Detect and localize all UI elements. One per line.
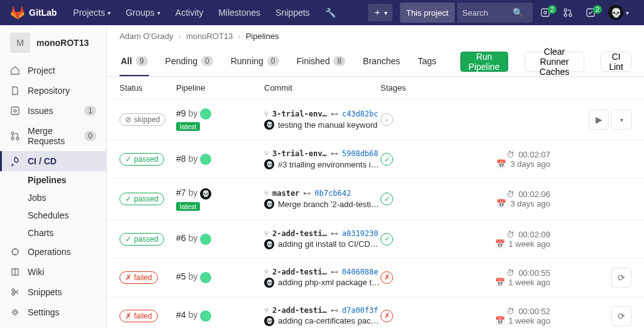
retry-button[interactable]: ⟳ <box>611 306 631 326</box>
stage-status-icon[interactable]: ✓ <box>380 153 393 166</box>
pipeline-id[interactable]: #5 by <box>176 271 264 283</box>
status-badge-skipped[interactable]: ⊘skipped <box>119 113 165 126</box>
sidebar-item-settings[interactable]: Settings <box>0 302 106 322</box>
duration: ⏱00:02:07 <box>475 150 550 159</box>
commit-message[interactable]: 💀testing the manual keyword <box>264 120 380 130</box>
svg-point-14 <box>14 311 17 314</box>
dropdown-button[interactable]: ▾ <box>611 110 631 130</box>
todos-shortcut[interactable]: 2 <box>580 8 601 18</box>
pipeline-id[interactable]: #9 by <box>176 108 264 120</box>
pipeline-id[interactable]: #6 by <box>176 233 264 244</box>
tab-running[interactable]: Running0 <box>230 47 280 76</box>
brand-name: GitLab <box>29 8 57 18</box>
status-badge-failed[interactable]: ✗failed <box>119 271 158 284</box>
stage-status-icon[interactable]: » <box>380 113 393 126</box>
header-commit: Commit <box>264 83 380 93</box>
nav-groups[interactable]: Groups▾ <box>119 0 167 25</box>
sidebar-sub-charts[interactable]: Charts <box>0 224 106 242</box>
fork-icon: ⑂ <box>264 306 269 315</box>
stage-status-icon[interactable]: ✗ <box>380 271 393 284</box>
sidebar-item-operations[interactable]: Operations <box>0 242 106 262</box>
breadcrumb-owner[interactable]: Adam O'Grady <box>119 31 174 41</box>
play-button[interactable]: ▶ <box>589 110 609 130</box>
status-badge-passed[interactable]: ✓passed <box>119 153 164 166</box>
status-text: failed <box>134 312 152 320</box>
new-dropdown[interactable]: ＋▾ <box>368 4 392 21</box>
tab-pending[interactable]: Pending0 <box>164 47 214 76</box>
pipeline-id[interactable]: #8 by <box>176 154 264 165</box>
latest-badge: latest <box>176 202 200 211</box>
gitlab-logo[interactable]: GitLab <box>10 5 57 20</box>
tab-finished[interactable]: Finished8 <box>296 47 347 76</box>
nav-snippets[interactable]: Snippets <box>269 0 316 25</box>
branch-name[interactable]: 2-add-testi… <box>272 229 327 238</box>
branch-name[interactable]: master <box>272 189 299 198</box>
commit-message[interactable]: 💀adding php-xml package t… <box>264 278 380 288</box>
author-avatar: 💀 <box>200 188 211 200</box>
merge-requests-shortcut[interactable] <box>558 8 578 18</box>
branch-name[interactable]: 3-trial-env… <box>272 110 327 118</box>
commit-message[interactable]: 💀adding ca-certificates pac… <box>264 316 380 326</box>
search-input[interactable] <box>462 8 513 18</box>
navbar-search[interactable]: 🔍 <box>457 3 533 23</box>
pipeline-id[interactable]: #7 by 💀 <box>176 188 264 199</box>
admin-wrench-icon[interactable]: 🔧 <box>319 0 342 25</box>
commit-icon: ⊷ <box>331 229 338 238</box>
sidebar-item-issues[interactable]: Issues1 <box>0 101 106 121</box>
tab-count: 8 <box>333 56 345 66</box>
sidebar-item-project[interactable]: Project <box>0 60 106 81</box>
tab-tags[interactable]: Tags <box>416 47 438 76</box>
commit-sha[interactable]: 0b7cb642 <box>314 189 351 198</box>
commit-sha[interactable]: c43d82bc <box>342 110 379 118</box>
clear-caches-button[interactable]: Clear Runner Caches <box>525 52 585 72</box>
breadcrumb-project[interactable]: monoROT13 <box>186 31 233 41</box>
status-badge-passed[interactable]: ✓passed <box>119 233 164 246</box>
fork-icon: ⑂ <box>264 229 269 238</box>
user-menu[interactable]: 💀 ▾ <box>603 5 634 20</box>
commit-message[interactable]: 💀#3 trialling environments i… <box>264 159 380 169</box>
commit-message[interactable]: 💀adding git install to CI/CD … <box>264 239 380 249</box>
issues-shortcut[interactable]: 2 <box>535 8 555 18</box>
tab-all[interactable]: All9 <box>119 47 149 76</box>
commit-author-avatar: 💀 <box>264 316 274 326</box>
header-stages: Stages <box>380 83 475 93</box>
tab-count: 9 <box>136 56 148 66</box>
status-text: passed <box>134 195 158 203</box>
sidebar-project-header[interactable]: M monoROT13 <box>0 25 106 60</box>
sidebar-sub-jobs[interactable]: Jobs <box>0 189 106 206</box>
nav-projects[interactable]: Projects▾ <box>67 0 117 25</box>
commit-sha[interactable]: 0406088e <box>342 268 379 276</box>
gear-icon <box>10 307 20 317</box>
sidebar-sub-pipelines[interactable]: Pipelines <box>0 171 106 189</box>
stage-status-icon[interactable]: ✓ <box>380 193 393 205</box>
branch-name[interactable]: 2-add-testi… <box>272 306 327 315</box>
sidebar-sub-schedules[interactable]: Schedules <box>0 206 106 224</box>
branch-name[interactable]: 3-trial-env… <box>272 149 327 158</box>
status-badge-passed[interactable]: ✓passed <box>119 193 164 205</box>
tab-branches[interactable]: Branches <box>362 47 401 76</box>
retry-button[interactable]: ⟳ <box>611 268 631 288</box>
branch-name[interactable]: 2-add-testi… <box>272 268 327 276</box>
fork-icon: ⑂ <box>264 268 269 276</box>
ci-lint-button[interactable]: CI Lint <box>601 52 631 72</box>
stage-status-icon[interactable]: ✗ <box>380 310 393 322</box>
duration: ⏱00:02:06 <box>475 189 550 199</box>
svg-point-13 <box>12 293 14 295</box>
sidebar-item-snippets[interactable]: Snippets <box>0 282 106 302</box>
search-context[interactable]: This project <box>400 3 455 23</box>
commit-message[interactable]: 💀Merge branch '2-add-testi… <box>264 199 380 209</box>
stage-status-icon[interactable]: ✓ <box>380 233 393 246</box>
sidebar-item-wiki[interactable]: Wiki <box>0 262 106 282</box>
nav-activity[interactable]: Activity <box>169 0 209 25</box>
commit-sha[interactable]: 5908db68 <box>342 149 379 158</box>
nav-milestones[interactable]: Milestones <box>212 0 267 25</box>
run-pipeline-button[interactable]: Run Pipeline <box>460 52 508 72</box>
sidebar-item-ci-cd[interactable]: CI / CD <box>0 151 106 171</box>
commit-sha[interactable]: a8319230 <box>342 229 379 238</box>
sidebar-item-repository[interactable]: Repository <box>0 81 106 101</box>
pipeline-row: ✓passed#6 by ⑂2-add-testi…⊷a8319230💀addi… <box>107 220 644 259</box>
status-badge-failed[interactable]: ✗failed <box>119 310 158 322</box>
commit-sha[interactable]: d7a00f3f <box>342 306 379 315</box>
pipeline-id[interactable]: #4 by <box>176 310 264 321</box>
sidebar-item-merge-requests[interactable]: Merge Requests0 <box>0 121 106 151</box>
